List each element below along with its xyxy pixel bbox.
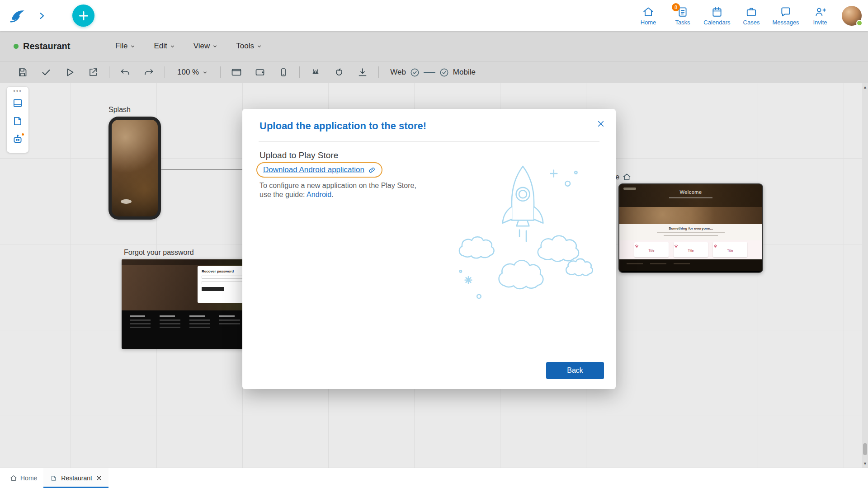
chevron-down-icon: [130, 43, 136, 49]
top-navigation: Home 8 Tasks Calendars Cases Messages In…: [631, 6, 868, 26]
expand-sidebar-button[interactable]: [37, 11, 46, 20]
feature-card-title: Title: [713, 249, 747, 252]
tab-close-button[interactable]: [96, 475, 102, 481]
calendar-icon: [711, 6, 723, 18]
publish-button[interactable]: [34, 64, 58, 80]
scroll-down-arrow[interactable]: ▼: [862, 460, 868, 467]
submit-button-bar: [202, 287, 224, 291]
nav-calendars[interactable]: Calendars: [700, 6, 734, 26]
nav-invite[interactable]: Invite: [803, 6, 837, 26]
play-icon: [64, 67, 75, 78]
invite-icon: [814, 6, 826, 18]
zoom-value: 100 %: [177, 68, 199, 77]
scrollbar-thumb[interactable]: [863, 443, 867, 455]
artboard-label-splash: Splash: [108, 106, 131, 114]
save-button[interactable]: [11, 64, 34, 80]
intro-text-bar: [657, 232, 725, 233]
body-period: .: [331, 191, 333, 198]
plus-icon: [78, 10, 90, 22]
menu-edit[interactable]: Edit: [154, 42, 175, 51]
feature-cards-row: Title Title Title: [619, 240, 762, 259]
notes-tool-button[interactable]: [9, 112, 27, 130]
bottom-tab-bar: Home Restaurant: [0, 468, 868, 488]
web-enabled-toggle[interactable]: [410, 67, 420, 78]
apple-icon: [334, 67, 344, 78]
app-logo[interactable]: [5, 4, 29, 28]
redo-button[interactable]: [137, 64, 160, 80]
download-build-button[interactable]: [351, 64, 374, 80]
android-guide-link[interactable]: Android: [307, 191, 331, 198]
modal-title: Upload the application to the store!: [259, 120, 426, 132]
welcome-heading: Welcome: [619, 189, 762, 195]
tab-home-label: Home: [20, 474, 37, 482]
create-new-button[interactable]: [72, 5, 94, 27]
footer-column: [130, 315, 151, 344]
menu-group: File Edit View Tools: [115, 42, 262, 51]
back-button[interactable]: Back: [546, 362, 604, 379]
preview-button[interactable]: [58, 64, 81, 80]
download-icon: [357, 67, 368, 78]
menu-tools[interactable]: Tools: [236, 42, 262, 51]
check-icon: [41, 67, 52, 78]
screens-tool-button[interactable]: [9, 94, 27, 112]
chatbot-tool-button[interactable]: [9, 130, 27, 148]
tablet-frame-icon: [255, 67, 265, 78]
chevron-right-icon: [37, 11, 46, 20]
nav-cases-label: Cases: [743, 19, 760, 26]
site-footer-thumbnail: [619, 259, 762, 271]
zoom-control[interactable]: 100 %: [169, 68, 216, 77]
desktop-view-button[interactable]: [225, 64, 248, 80]
welcome-hero: Welcome: [619, 184, 762, 207]
export-button[interactable]: [81, 64, 105, 80]
nav-home-label: Home: [641, 19, 656, 26]
ios-build-button[interactable]: [327, 64, 351, 80]
site-logo-thumbnail: [623, 188, 636, 190]
home-icon: [10, 474, 17, 482]
splash-screen-artboard[interactable]: [108, 117, 161, 220]
menu-tools-label: Tools: [236, 42, 254, 51]
online-status-dot: [856, 20, 863, 26]
android-build-button[interactable]: [304, 64, 327, 80]
logo-icon: [8, 6, 27, 25]
toolbar-divider: [378, 66, 379, 78]
nav-messages-label: Messages: [772, 19, 799, 26]
link-icon: [368, 166, 376, 174]
mobile-enabled-toggle[interactable]: [439, 67, 449, 78]
canvas-tools-panel: •••: [7, 87, 28, 153]
feature-card: Title: [634, 242, 669, 257]
tab-restaurant[interactable]: Restaurant: [43, 468, 108, 488]
undo-button[interactable]: [113, 64, 137, 80]
vertical-scrollbar[interactable]: ▲ ▼: [862, 83, 868, 468]
menu-file[interactable]: File: [115, 42, 136, 51]
check-circle-icon: [439, 67, 449, 78]
menu-view[interactable]: View: [193, 42, 218, 51]
download-android-link[interactable]: Download Android application: [263, 165, 364, 174]
paw-icon: [634, 244, 639, 249]
mobile-view-button[interactable]: [272, 64, 295, 80]
home-page-artboard[interactable]: Welcome Something for everyone... Title …: [618, 183, 763, 273]
panel-drag-handle[interactable]: •••: [13, 89, 22, 94]
nav-home[interactable]: Home: [631, 6, 665, 26]
nav-tasks-label: Tasks: [675, 19, 690, 26]
menu-edit-label: Edit: [154, 42, 167, 51]
download-android-highlight: Download Android application: [256, 162, 382, 178]
home-icon: [642, 6, 654, 18]
nav-cases[interactable]: Cases: [734, 6, 769, 26]
nav-invite-label: Invite: [813, 19, 827, 26]
artboard-label-forgot-password: Forgot your password: [124, 249, 194, 257]
tablet-view-button[interactable]: [248, 64, 272, 80]
nav-messages[interactable]: Messages: [769, 6, 803, 26]
flow-connector-line: [161, 169, 244, 170]
footer-column: [160, 315, 180, 344]
user-avatar[interactable]: [842, 6, 862, 26]
feature-card-title: Title: [634, 249, 669, 252]
footer-column: [219, 315, 240, 344]
nav-tasks[interactable]: 8 Tasks: [665, 6, 700, 26]
document-icon: [50, 475, 57, 482]
tab-home[interactable]: Home: [4, 468, 43, 488]
modal-close-button[interactable]: [595, 118, 607, 130]
notification-dot: [21, 132, 25, 136]
scroll-up-arrow[interactable]: ▲: [862, 84, 868, 90]
builder-toolbar: 100 % Web Mobile: [0, 61, 868, 83]
home-icon: [623, 173, 631, 181]
